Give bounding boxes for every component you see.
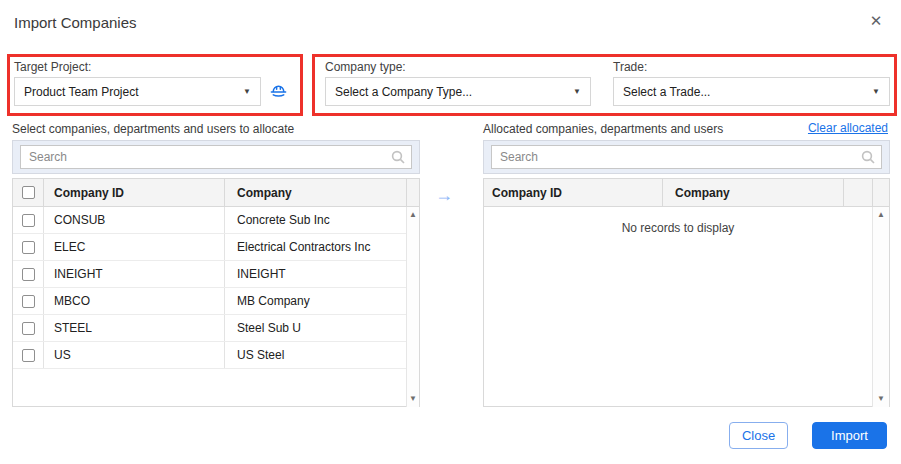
row-company-id: CONSUB (44, 207, 225, 233)
header-empty-cell (843, 179, 872, 206)
table-row[interactable]: CONSUB Concrete Sub Inc (13, 207, 419, 234)
source-table-body: CONSUB Concrete Sub Inc ELEC Electrical … (13, 207, 419, 407)
source-search-box (12, 140, 420, 174)
trade-value: Select a Trade... (623, 85, 710, 99)
row-checkbox[interactable] (22, 322, 35, 335)
row-checkbox[interactable] (22, 214, 35, 227)
row-company-id: US (44, 342, 225, 368)
allocated-table-body: No records to display ▲ ▼ (484, 207, 889, 407)
target-project-select[interactable]: Product Team Project ▼ (14, 77, 261, 106)
transfer-arrow-icon: → (435, 185, 453, 206)
chevron-down-icon: ▼ (872, 87, 880, 96)
scroll-up-icon[interactable]: ▲ (409, 210, 417, 220)
allocated-search-input[interactable] (491, 145, 882, 169)
header-scroll-filler (406, 179, 419, 206)
allocated-table-header: Company ID Company (484, 179, 889, 207)
row-checkbox[interactable] (22, 295, 35, 308)
import-button[interactable]: Import (812, 422, 887, 449)
clear-allocated-link[interactable]: Clear allocated (808, 121, 888, 135)
scroll-down-icon[interactable]: ▼ (877, 394, 885, 404)
close-button[interactable]: Close (729, 422, 788, 449)
column-header-company: Company (663, 179, 843, 206)
table-row[interactable]: MBCO MB Company (13, 288, 419, 315)
source-table: Company ID Company CONSUB Concrete Sub I… (12, 178, 420, 407)
row-company: Concrete Sub Inc (225, 207, 406, 233)
table-row[interactable]: US US Steel (13, 342, 419, 369)
dialog-title: Import Companies (14, 14, 137, 31)
source-scrollbar[interactable]: ▲ ▼ (406, 207, 419, 407)
chevron-down-icon: ▼ (243, 87, 251, 96)
allocated-scrollbar[interactable]: ▲ ▼ (872, 207, 889, 407)
source-search-input[interactable] (20, 145, 412, 169)
row-company-id: STEEL (44, 315, 225, 341)
table-row[interactable]: INEIGHT INEIGHT (13, 261, 419, 288)
select-all-checkbox[interactable] (22, 186, 35, 199)
scroll-down-icon[interactable]: ▼ (409, 394, 417, 404)
company-type-select[interactable]: Select a Company Type... ▼ (325, 77, 591, 106)
allocated-table: Company ID Company No records to display… (483, 178, 890, 407)
row-company-id: MBCO (44, 288, 225, 314)
search-icon (390, 149, 406, 165)
select-all-cell (13, 179, 44, 206)
source-panel-heading: Select companies, departments and users … (12, 122, 294, 136)
row-company: Steel Sub U (225, 315, 406, 341)
header-scroll-filler (872, 179, 889, 206)
row-checkbox[interactable] (22, 241, 35, 254)
column-header-company: Company (225, 179, 406, 206)
column-header-company-id: Company ID (484, 179, 663, 206)
company-type-value: Select a Company Type... (335, 85, 472, 99)
row-company-id: ELEC (44, 234, 225, 260)
row-company: MB Company (225, 288, 406, 314)
allocated-panel-heading: Allocated companies, departments and use… (483, 122, 723, 136)
import-companies-dialog: Import Companies ✕ Target Project: Produ… (0, 0, 901, 464)
table-row[interactable]: STEEL Steel Sub U (13, 315, 419, 342)
row-company-id: INEIGHT (44, 261, 225, 287)
table-row[interactable]: ELEC Electrical Contractors Inc (13, 234, 419, 261)
hardhat-project-icon[interactable] (269, 81, 288, 99)
search-icon (860, 149, 876, 165)
row-company: US Steel (225, 342, 406, 368)
row-checkbox[interactable] (22, 349, 35, 362)
target-project-label: Target Project: (14, 60, 91, 74)
column-header-company-id: Company ID (44, 179, 225, 206)
target-project-value: Product Team Project (24, 85, 139, 99)
row-checkbox[interactable] (22, 268, 35, 281)
chevron-down-icon: ▼ (573, 87, 581, 96)
source-table-header: Company ID Company (13, 179, 419, 207)
trade-select[interactable]: Select a Trade... ▼ (613, 77, 890, 106)
company-type-label: Company type: (325, 60, 406, 74)
empty-message: No records to display (484, 207, 872, 235)
close-icon[interactable]: ✕ (864, 9, 888, 33)
allocated-search-box (483, 140, 890, 174)
row-company: Electrical Contractors Inc (225, 234, 406, 260)
scroll-up-icon[interactable]: ▲ (877, 210, 885, 220)
row-company: INEIGHT (225, 261, 406, 287)
trade-label: Trade: (613, 60, 647, 74)
